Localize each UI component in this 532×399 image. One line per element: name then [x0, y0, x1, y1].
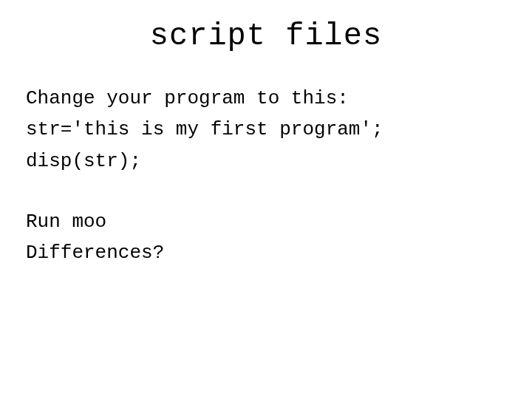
slide-title: script files: [26, 18, 506, 54]
spacer: [26, 177, 506, 207]
slide-content: Change your program to this: str='this i…: [26, 83, 506, 267]
text-line-3: Differences?: [26, 238, 506, 267]
code-line-2: disp(str);: [26, 146, 506, 176]
code-line-1: str='this is my first program';: [26, 115, 506, 144]
text-line-1: Change your program to this:: [26, 83, 506, 113]
text-line-2: Run moo: [26, 207, 506, 236]
